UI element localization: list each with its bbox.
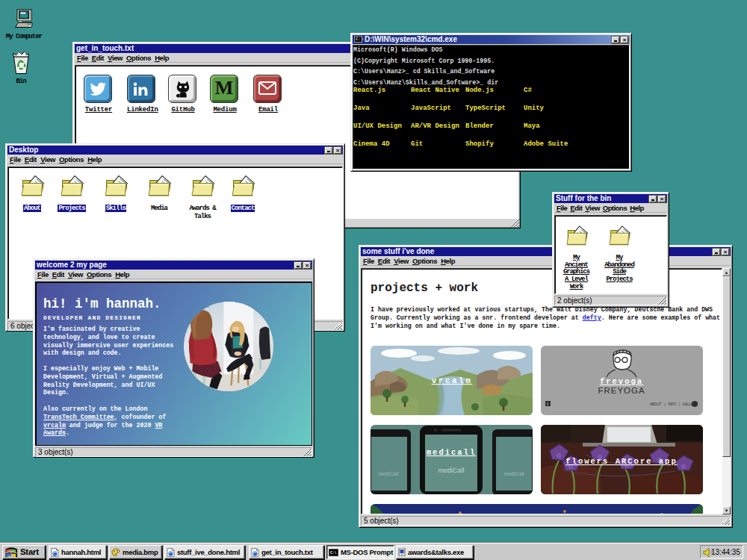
svg-text:mediCall: mediCall bbox=[378, 471, 399, 476]
svg-text:ABOUT | INFO | GALLERY: ABOUT | INFO | GALLERY bbox=[650, 402, 698, 406]
svg-text:medicall: medicall bbox=[427, 448, 476, 457]
svg-text:C:\: C:\ bbox=[330, 551, 336, 556]
svg-text:mediCall: mediCall bbox=[438, 467, 464, 474]
svg-text:FREYOGA: FREYOGA bbox=[598, 386, 645, 395]
svg-text:mediCall: mediCall bbox=[503, 471, 524, 476]
svg-text:vrcalm: vrcalm bbox=[432, 376, 473, 385]
svg-text:freyoga: freyoga bbox=[600, 377, 643, 386]
svg-text:flowers ARCore app: flowers ARCore app bbox=[565, 457, 677, 466]
